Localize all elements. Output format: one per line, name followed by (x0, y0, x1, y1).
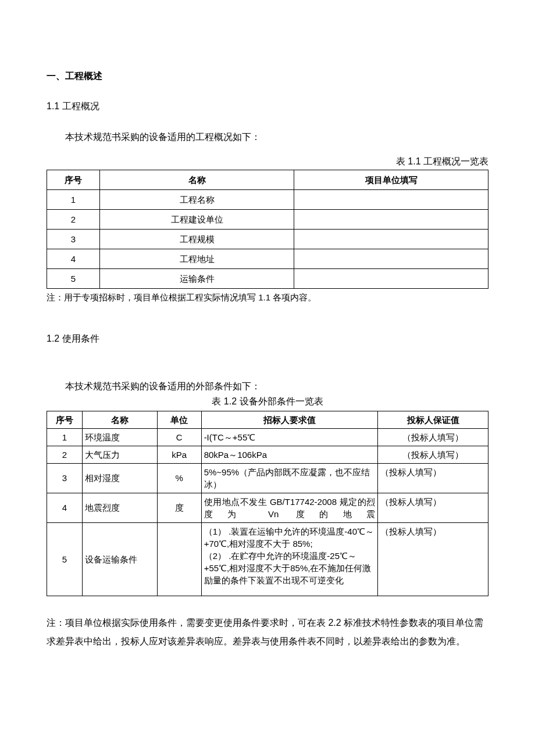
cell-name: 设备运输条件 (82, 522, 157, 596)
cell-seq: 1 (47, 428, 83, 446)
th-name: 名称 (82, 411, 157, 428)
th-seq: 序号 (47, 170, 100, 189)
table-row: 4 工程地址 (47, 249, 488, 268)
cell-seq: 3 (47, 463, 83, 493)
cell-name: 环境温度 (82, 428, 157, 446)
table-1-2-note: 注：项目单位根据实际使用条件，需要变更使用条件要求时，可在表 2.2 标准技术特… (47, 614, 488, 651)
cell-req: 5%~95%（产品内部既不应凝露，也不应结冰） (201, 463, 378, 493)
cell-bid: （投标人填写） (378, 522, 488, 596)
section-title: 一、工程概述 (47, 70, 488, 83)
subsection-1-2-heading: 1.2 使用条件 (47, 332, 488, 345)
cell-name: 地震烈度 (82, 493, 157, 522)
table-header-row: 序号 名称 项目单位填写 (47, 170, 488, 189)
subsection-1-1-heading: 1.1 工程概况 (47, 100, 488, 113)
cell-req: （1） .装置在运输中允许的环境温度-40℃～+70℃,相对湿度不大于 85%;… (201, 522, 378, 596)
th-fill: 项目单位填写 (294, 170, 488, 189)
cell-bid: （投标人填写） (378, 428, 488, 446)
cell-unit: 度 (157, 493, 201, 522)
table-row: 2 大气压力 kPa 80kPa～106kPa （投标人填写） (47, 446, 488, 463)
table-row: 4 地震烈度 度 使用地点不发生 GB/T17742-2008 规定的烈度为 V… (47, 493, 488, 522)
th-seq: 序号 (47, 411, 83, 428)
table-1-2-caption: 表 1.2 设备外部条件一览表 (47, 395, 488, 408)
cell-seq: 1 (47, 189, 100, 209)
cell-fill (294, 229, 488, 249)
cell-bid: （投标人填写） (378, 446, 488, 463)
table-row: 1 工程名称 (47, 189, 488, 209)
th-bid: 投标人保证值 (378, 411, 488, 428)
cell-name: 运输条件 (100, 268, 294, 288)
th-unit: 单位 (157, 411, 201, 428)
subsection-1-1-para: 本技术规范书采购的设备适用的工程概况如下： (47, 131, 488, 144)
cell-name: 工程规模 (100, 229, 294, 249)
cell-seq: 2 (47, 209, 100, 229)
table-row: 5 设备运输条件 （1） .装置在运输中允许的环境温度-40℃～+70℃,相对湿… (47, 522, 488, 596)
cell-seq: 3 (47, 229, 100, 249)
cell-unit (157, 522, 201, 596)
table-row: 5 运输条件 (47, 268, 488, 288)
cell-unit: C (157, 428, 201, 446)
cell-seq: 5 (47, 268, 100, 288)
table-1-1: 序号 名称 项目单位填写 1 工程名称 2 工程建设单位 3 工程规模 4 工程… (47, 170, 488, 289)
table-row: 3 相对湿度 % 5%~95%（产品内部既不应凝露，也不应结冰） （投标人填写） (47, 463, 488, 493)
th-req: 招标人要求值 (201, 411, 378, 428)
table-header-row: 序号 名称 单位 招标人要求值 投标人保证值 (47, 411, 488, 428)
cell-seq: 5 (47, 522, 83, 596)
cell-unit: kPa (157, 446, 201, 463)
cell-req: 80kPa～106kPa (201, 446, 378, 463)
cell-name: 相对湿度 (82, 463, 157, 493)
cell-fill (294, 249, 488, 268)
cell-seq: 2 (47, 446, 83, 463)
cell-name: 大气压力 (82, 446, 157, 463)
cell-bid: （投标人填写） (378, 493, 488, 522)
cell-name: 工程建设单位 (100, 209, 294, 229)
cell-fill (294, 209, 488, 229)
cell-bid: （投标人填写） (378, 463, 488, 493)
th-name: 名称 (100, 170, 294, 189)
cell-req: -I(TC～+55℃ (201, 428, 378, 446)
table-row: 1 环境温度 C -I(TC～+55℃ （投标人填写） (47, 428, 488, 446)
cell-seq: 4 (47, 249, 100, 268)
cell-name: 工程名称 (100, 189, 294, 209)
subsection-1-2-para: 本技术规范书采购的设备适用的外部条件如下： (47, 380, 488, 393)
table-1-2: 序号 名称 单位 招标人要求值 投标人保证值 1 环境温度 C -I(TC～+5… (47, 411, 488, 596)
table-1-1-note: 注：用于专项招标时，项目单位根据工程实际情况填写 1.1 各项内容。 (47, 291, 488, 303)
cell-unit: % (157, 463, 201, 493)
cell-fill (294, 268, 488, 288)
cell-name: 工程地址 (100, 249, 294, 268)
cell-req: 使用地点不发生 GB/T17742-2008 规定的烈度为 Vn 度的地震 (201, 493, 378, 522)
table-1-1-caption: 表 1.1 工程概况一览表 (47, 155, 488, 168)
table-row: 3 工程规模 (47, 229, 488, 249)
cell-seq: 4 (47, 493, 83, 522)
table-row: 2 工程建设单位 (47, 209, 488, 229)
cell-fill (294, 189, 488, 209)
